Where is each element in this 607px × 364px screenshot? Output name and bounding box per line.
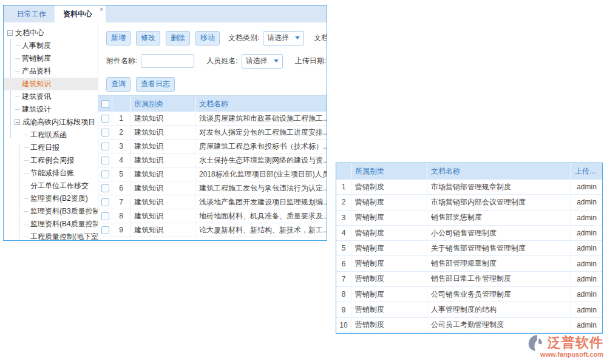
row-uploader: admin [571, 272, 602, 286]
row-num: 8 [336, 287, 351, 302]
row-category: 建筑知识 [131, 126, 195, 139]
tree-item-quality-basement[interactable]: 工程质量控制(地下室) [4, 231, 98, 241]
row-category: 营销制度 [351, 272, 427, 286]
row-doc-name: 大厦地下室加气砼墙砌筑工程的施工方... [195, 237, 327, 241]
tree-item-supervision-b2[interactable]: 监理资料(B2资质) [4, 192, 98, 205]
delete-button[interactable]: 删除 [166, 31, 190, 46]
tab-data-center[interactable]: 资料中心 × [55, 5, 106, 22]
tree-label: 监理资料(B4质量控制) [30, 219, 98, 229]
row-num: 1 [336, 180, 351, 194]
table-row[interactable]: 9 营销制度 人事管理制度的结构 admin [336, 302, 602, 317]
table-row[interactable]: 10 建筑知识 大厦地下室加气砼墙砌筑工程的施工方... [98, 237, 327, 241]
row-checkbox[interactable] [101, 240, 109, 241]
row-num: 9 [336, 302, 351, 317]
row-checkbox[interactable] [101, 129, 109, 136]
tree-item-marketing-policy[interactable]: 营销制度 [4, 52, 98, 65]
row-checkbox[interactable] [101, 170, 109, 178]
tree-item-construction-knowledge[interactable]: 建筑知识 [4, 78, 98, 90]
col-category: 所属别类 [351, 163, 427, 180]
row-uploader: admin [571, 256, 602, 271]
tree-root-project[interactable]: 成渝高铁内江标段项目 [4, 116, 98, 129]
edit-button[interactable]: 修改 [136, 31, 160, 46]
row-checkbox[interactable] [101, 212, 109, 220]
tree-item-work-transfer[interactable]: 分工单位工作移交 [4, 180, 98, 192]
view-log-button[interactable]: 查看日志 [136, 77, 175, 92]
table-row[interactable]: 4 建筑知识 水土保持生态环境监测网络的建设与资... [98, 153, 327, 167]
table-row[interactable]: 3 建筑知识 房屋建筑工程总承包投标书（技术标）... [98, 140, 327, 153]
row-num: 9 [112, 223, 131, 237]
row-checkbox[interactable] [101, 115, 109, 123]
table-row[interactable]: 1 营销制度 市场营销部管理规章制度 admin [336, 180, 602, 195]
tree-item-supervision-b3[interactable]: 监理资料(B3质量控制) [4, 205, 98, 218]
table-row[interactable]: 7 营销制度 销售部日常工作管理制度 admin [336, 272, 602, 287]
tree-item-supervision-b4[interactable]: 监理资料(B4质量控制) [4, 218, 98, 231]
table-row[interactable]: 4 营销制度 小公司销售管理制度 admin [336, 226, 602, 241]
col-doc-name: 文档名称 [195, 96, 327, 112]
table-row[interactable]: 8 营销制度 公司销售业务员管理制度 admin [336, 287, 602, 302]
table-row[interactable]: 7 建筑知识 浅谈地产集团开发建设项目监理规划编... [98, 195, 327, 209]
tree-item-construction-news[interactable]: 建筑资讯 [4, 90, 98, 103]
table-row[interactable]: 9 建筑知识 论大厦新材料、新结构、新技术，新工... [98, 223, 327, 237]
table-row[interactable]: 6 营销制度 销售部管理规章制度 admin [336, 256, 602, 271]
row-checkbox[interactable] [101, 143, 109, 150]
collapse-icon[interactable] [15, 120, 20, 125]
table-row[interactable]: 5 建筑知识 2018标准化监理项目部(业主项目部)人员... [98, 167, 327, 181]
row-doc-name: 地砖地面材料、机具准备、质量要求及... [195, 209, 327, 223]
select-all-checkbox[interactable] [101, 100, 109, 108]
tree-tick [15, 58, 20, 59]
tree-item-product-data[interactable]: 产品资料 [4, 65, 98, 78]
row-checkbox[interactable] [101, 157, 109, 164]
document-list-pane: 新增 修改 删除 移动 文档类别: 请选择 文档名称 附件名称: 人员姓名: 请… [98, 22, 327, 241]
row-doc-name: 销售部日常工作管理制度 [427, 272, 571, 286]
row-category: 营销制度 [351, 226, 427, 240]
table-row[interactable]: 1 建筑知识 浅谈房屋建筑和市政基础设施工程施工... [98, 112, 327, 126]
tree-label: 分工单位工作移交 [30, 181, 89, 191]
table-row[interactable]: 5 营销制度 关于销售部管理销售管理制度 admin [336, 241, 602, 256]
tree-tick [15, 109, 20, 110]
row-uploader: admin [571, 287, 602, 302]
table-row[interactable]: 3 营销制度 销售部奖惩制度 admin [336, 211, 602, 226]
tab-bar: 日常工作 资料中心 × [4, 5, 327, 22]
table-row[interactable]: 6 建筑知识 建筑工程施工发包与承包违法行为认定... [98, 181, 327, 195]
collapse-icon[interactable] [7, 30, 13, 36]
move-button[interactable]: 移动 [195, 31, 220, 46]
row-category: 建筑知识 [131, 140, 195, 153]
tree-item-project-weekly[interactable]: 工程例会周报 [4, 154, 98, 167]
tree-item-energy-ledger[interactable]: 节能减排台账 [4, 167, 98, 180]
table-row[interactable]: 8 建筑知识 地砖地面材料、机具准备、质量要求及... [98, 209, 327, 223]
table-row[interactable]: 10 营销制度 公司员工考勤管理制度 admin [336, 318, 602, 333]
row-doc-name: 关于销售部管理销售管理制度 [427, 241, 571, 255]
tree-label: 建筑知识 [22, 79, 51, 89]
row-category: 营销制度 [351, 241, 427, 255]
row-category: 营销制度 [351, 195, 427, 209]
doc-category-select[interactable]: 请选择 [263, 31, 304, 46]
row-checkbox[interactable] [101, 184, 109, 192]
tree-item-hr-policy[interactable]: 人事制度 [4, 39, 98, 52]
marketing-policy-table-window: 所属别类 文档名称 上传... 1 营销制度 市场营销部管理规章制度 admin… [336, 163, 603, 334]
row-num: 6 [336, 256, 351, 271]
tree-item-project-letter[interactable]: 工程联系函 [4, 129, 98, 141]
row-doc-name: 浅谈房屋建筑和市政基础设施工程施工... [195, 112, 327, 125]
tree-item-construction-design[interactable]: 建筑设计 [4, 103, 98, 116]
doc-category-value: 请选择 [267, 33, 289, 43]
row-uploader: admin [571, 180, 602, 194]
query-button[interactable]: 查询 [106, 77, 131, 92]
row-category: 建筑知识 [131, 223, 195, 237]
tree-tick [15, 84, 20, 84]
row-checkbox[interactable] [101, 198, 109, 206]
row-doc-name: 市场营销部管理规章制度 [427, 180, 571, 194]
tree-root-document-center[interactable]: 文档中心 [4, 27, 98, 39]
row-checkbox[interactable] [101, 226, 109, 234]
table-row[interactable]: 2 建筑知识 对发包人指定分包的工程施工进度安排... [98, 126, 327, 140]
tree-tick [24, 147, 29, 148]
table-row[interactable]: 2 营销制度 市场营销部内部会议管理制度 admin [336, 195, 602, 210]
person-name-select[interactable]: 请选择 [242, 54, 283, 69]
attachment-name-input[interactable] [141, 54, 194, 68]
tab-daily-work[interactable]: 日常工作 [8, 5, 55, 22]
close-icon[interactable]: × [100, 7, 103, 13]
fanpu-logo-icon [527, 334, 546, 352]
add-button[interactable]: 新增 [106, 31, 131, 46]
tree-item-project-daily[interactable]: 工程日报 [4, 141, 98, 154]
marketing-table-header: 所属别类 文档名称 上传... [336, 163, 602, 180]
row-doc-name: 市场营销部内部会议管理制度 [427, 195, 571, 209]
